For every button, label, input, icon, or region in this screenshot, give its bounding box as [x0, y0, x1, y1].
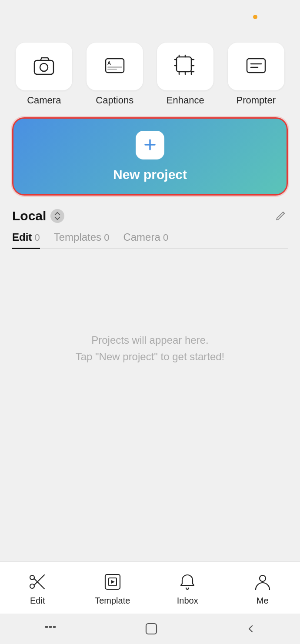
camera-label: Camera — [27, 95, 61, 106]
svg-rect-10 — [247, 59, 265, 73]
svg-point-11 — [30, 575, 34, 580]
svg-rect-22 — [146, 624, 157, 634]
prompter-icon — [245, 54, 267, 79]
local-title: Local — [12, 209, 46, 223]
new-project-button[interactable]: New project — [12, 117, 288, 196]
nav-template-label: Template — [95, 596, 130, 606]
enhance-label: Enhance — [167, 95, 204, 106]
svg-rect-7 — [107, 66, 122, 68]
plus-icon — [142, 136, 158, 154]
new-project-wrap: New project — [0, 109, 300, 204]
scissors-icon — [28, 572, 47, 593]
nav-template[interactable]: Template — [75, 572, 150, 606]
sort-button[interactable] — [50, 209, 64, 223]
camera-icon — [33, 54, 55, 79]
empty-text: Projects will appear here. Tap "New proj… — [76, 332, 225, 365]
nav-edit-label: Edit — [30, 596, 45, 606]
camera-icon-box — [16, 43, 72, 90]
enhance-icon-box — [157, 43, 213, 90]
new-project-label: New project — [113, 167, 187, 182]
svg-point-18 — [260, 575, 266, 581]
nav-me-label: Me — [257, 596, 269, 606]
notification-dot — [253, 15, 257, 19]
nav-back-icon[interactable] — [245, 623, 257, 634]
quick-actions: Camera A Captions — [0, 38, 300, 109]
tab-templates[interactable]: Templates 0 — [54, 231, 110, 249]
local-title-wrap: Local — [12, 209, 64, 223]
nav-edit[interactable]: Edit — [0, 572, 75, 606]
system-bar — [0, 614, 300, 644]
svg-rect-3 — [34, 60, 53, 74]
edit-icon-button[interactable] — [275, 209, 288, 223]
top-bar: ? — [0, 0, 300, 38]
captions-icon-box: A — [87, 43, 143, 90]
plus-icon-box — [136, 131, 164, 159]
tabs: Edit 0 Templates 0 Camera 0 — [12, 231, 288, 249]
local-section: Local Edit 0 Templates 0 Camera 0 — [0, 204, 300, 249]
captions-label: Captions — [96, 95, 133, 106]
captions-icon: A — [103, 54, 126, 79]
svg-rect-8 — [107, 69, 117, 70]
prompter-icon-box — [228, 43, 284, 90]
enhance-action[interactable]: Enhance — [153, 43, 217, 106]
prompter-action[interactable]: Prompter — [224, 43, 288, 106]
bell-icon — [178, 572, 197, 593]
svg-rect-9 — [177, 57, 191, 72]
prompter-label: Prompter — [237, 95, 276, 106]
nav-home-icon[interactable] — [144, 621, 159, 636]
svg-marker-17 — [111, 580, 115, 584]
svg-rect-20 — [49, 626, 52, 628]
camera-action[interactable]: Camera — [12, 43, 76, 106]
svg-text:A: A — [107, 60, 111, 66]
svg-rect-21 — [53, 626, 56, 628]
nav-me[interactable]: Me — [225, 572, 300, 606]
help-button[interactable]: ? — [238, 13, 259, 34]
person-icon — [253, 572, 272, 593]
captions-action[interactable]: A Captions — [83, 43, 147, 106]
bottom-nav: Edit Template Inbox Me — [0, 561, 300, 614]
template-icon — [103, 572, 122, 593]
svg-point-12 — [30, 584, 34, 588]
tab-camera[interactable]: Camera 0 — [123, 231, 168, 249]
tab-edit[interactable]: Edit 0 — [12, 231, 40, 249]
empty-state: Projects will appear here. Tap "New proj… — [0, 249, 300, 448]
enhance-icon — [174, 54, 197, 79]
svg-point-4 — [40, 63, 48, 71]
settings-button[interactable] — [267, 13, 288, 34]
local-header: Local — [12, 209, 288, 223]
nav-inbox-label: Inbox — [177, 596, 198, 606]
svg-rect-19 — [45, 626, 48, 628]
nav-lines-icon[interactable] — [43, 624, 57, 634]
nav-inbox[interactable]: Inbox — [150, 572, 225, 606]
